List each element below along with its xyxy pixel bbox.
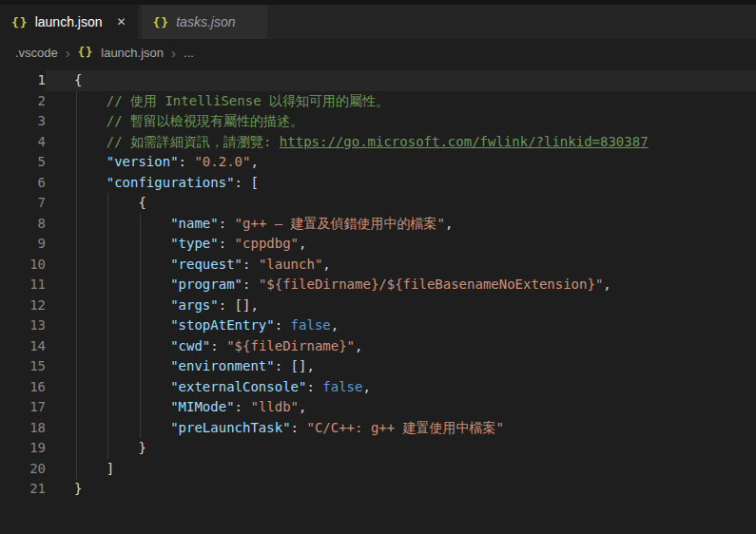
code-line-5[interactable]: 5 "version": "0.2.0", — [0, 152, 756, 173]
code-line-6[interactable]: 6 "configurations": [ — [0, 173, 756, 194]
code-token: , — [322, 257, 330, 272]
line-number[interactable]: 3 — [0, 111, 46, 132]
code-token: "version" — [107, 154, 179, 169]
code-line-17[interactable]: 17 "MIMode": "lldb", — [0, 397, 756, 418]
code-content: "preLaunchTask": "C/C++: g++ 建置使用中檔案" — [46, 418, 756, 439]
line-number[interactable]: 1 — [0, 70, 46, 91]
line-number[interactable]: 6 — [0, 173, 46, 194]
code-token — [74, 236, 170, 251]
code-content: "stopAtEntry": false, — [46, 315, 756, 336]
code-token: "program" — [170, 277, 242, 292]
line-number[interactable]: 7 — [0, 193, 46, 214]
code-token: "environment" — [170, 358, 275, 373]
code-line-3[interactable]: 3 // 暫留以檢視現有屬性的描述。 — [0, 111, 756, 132]
code-content: // 使用 IntelliSense 以得知可用的屬性。 — [46, 91, 756, 112]
code-token: : — [291, 420, 307, 435]
line-number[interactable]: 2 — [0, 91, 46, 112]
code-line-19[interactable]: 19 } — [0, 438, 756, 459]
code-token: , — [355, 338, 362, 353]
code-token: "lldb" — [250, 399, 299, 414]
code-line-1[interactable]: 1{ — [0, 70, 756, 91]
code-line-15[interactable]: 15 "environment": [], — [0, 356, 756, 377]
line-number[interactable]: 11 — [0, 275, 46, 296]
code-token: } — [74, 481, 82, 496]
code-token: : — [242, 257, 259, 272]
tab-label: tasks.json — [176, 14, 235, 29]
breadcrumb-item-launch-json[interactable]: launch.json — [101, 46, 164, 60]
code-token: "stopAtEntry" — [170, 317, 275, 333]
vscode-window: {} launch.json ✕ {} tasks.json .vscode ›… — [0, 0, 756, 534]
code-token: , — [362, 379, 370, 394]
code-line-18[interactable]: 18 "preLaunchTask": "C/C++: g++ 建置使用中檔案" — [0, 418, 756, 439]
code-token — [74, 420, 170, 435]
breadcrumb: .vscode › {} launch.json › ... — [0, 39, 756, 66]
line-number[interactable]: 14 — [0, 336, 46, 357]
line-number[interactable]: 19 — [0, 438, 46, 459]
code-line-8[interactable]: 8 "name": "g++ – 建置及偵錯使用中的檔案", — [0, 214, 756, 235]
code-content: } — [46, 438, 756, 459]
code-line-20[interactable]: 20 ] — [0, 459, 756, 480]
code-token: "C/C++: g++ 建置使用中檔案" — [306, 420, 504, 435]
line-number[interactable]: 12 — [0, 296, 46, 316]
code-token: // 暫留以檢視現有屬性的描述。 — [74, 113, 303, 128]
json-braces-icon: {} — [153, 15, 170, 29]
code-line-2[interactable]: 2 // 使用 IntelliSense 以得知可用的屬性。 — [0, 91, 756, 112]
code-token: // 如需詳細資訊，請瀏覽: — [74, 134, 280, 149]
code-content: "args": [], — [46, 296, 756, 316]
tab-launch-json[interactable]: {} launch.json ✕ — [0, 5, 138, 39]
line-number[interactable]: 16 — [0, 377, 46, 398]
code-token: : — [179, 154, 195, 169]
code-token: "args" — [170, 297, 219, 313]
code-token: : — [219, 236, 235, 251]
code-token: "preLaunchTask" — [170, 420, 290, 435]
line-number[interactable]: 8 — [0, 214, 46, 235]
chevron-right-icon: › — [66, 46, 70, 60]
code-line-9[interactable]: 9 "type": "cppdbg", — [0, 234, 756, 255]
code-token — [74, 297, 170, 313]
comment-link[interactable]: https://go.microsoft.com/fwlink/?linkid=… — [280, 134, 649, 149]
code-line-16[interactable]: 16 "externalConsole": false, — [0, 377, 756, 398]
line-number[interactable]: 13 — [0, 315, 46, 336]
line-number[interactable]: 20 — [0, 459, 46, 480]
code-token: ] — [74, 461, 114, 476]
code-content: "cwd": "${fileDirname}", — [46, 336, 756, 357]
code-editor[interactable]: 1{2 // 使用 IntelliSense 以得知可用的屬性。3 // 暫留以… — [0, 66, 756, 534]
code-token — [74, 154, 107, 169]
code-line-11[interactable]: 11 "program": "${fileDirname}/${fileBase… — [0, 275, 756, 296]
code-line-12[interactable]: 12 "args": [], — [0, 296, 756, 316]
code-line-13[interactable]: 13 "stopAtEntry": false, — [0, 315, 756, 336]
code-token — [74, 379, 170, 394]
code-lines: 1{2 // 使用 IntelliSense 以得知可用的屬性。3 // 暫留以… — [0, 70, 756, 500]
close-tab-icon[interactable]: ✕ — [116, 15, 126, 29]
code-token: { — [74, 195, 146, 210]
code-token: "g++ – 建置及偵錯使用中的檔案" — [235, 216, 445, 231]
code-token: , — [331, 317, 339, 333]
line-number[interactable]: 15 — [0, 356, 46, 377]
line-number[interactable]: 4 — [0, 132, 46, 153]
line-number[interactable]: 5 — [0, 152, 46, 173]
code-content: } — [46, 479, 756, 500]
code-token: : — [275, 317, 291, 333]
code-line-4[interactable]: 4 // 如需詳細資訊，請瀏覽: https://go.microsoft.co… — [0, 132, 756, 153]
code-token: : [], — [219, 297, 259, 313]
code-token: "name" — [170, 216, 219, 231]
breadcrumb-item-vscode[interactable]: .vscode — [15, 46, 58, 60]
line-number[interactable]: 9 — [0, 234, 46, 255]
line-number[interactable]: 10 — [0, 255, 46, 276]
code-line-10[interactable]: 10 "request": "launch", — [0, 255, 756, 276]
code-content: "version": "0.2.0", — [46, 152, 756, 173]
line-number[interactable]: 18 — [0, 418, 46, 439]
code-token — [74, 399, 170, 414]
line-number[interactable]: 21 — [0, 479, 46, 500]
code-line-14[interactable]: 14 "cwd": "${fileDirname}", — [0, 336, 756, 357]
code-token: "request" — [170, 257, 242, 272]
code-token — [74, 175, 107, 190]
code-line-7[interactable]: 7 { — [0, 193, 756, 214]
breadcrumb-item-more[interactable]: ... — [184, 46, 194, 60]
code-token: : — [242, 277, 259, 292]
editor-tab-bar: {} launch.json ✕ {} tasks.json — [0, 5, 756, 39]
tab-label: launch.json — [35, 14, 103, 29]
tab-tasks-json[interactable]: {} tasks.json — [142, 5, 268, 39]
line-number[interactable]: 17 — [0, 397, 46, 418]
code-line-21[interactable]: 21} — [0, 479, 756, 500]
